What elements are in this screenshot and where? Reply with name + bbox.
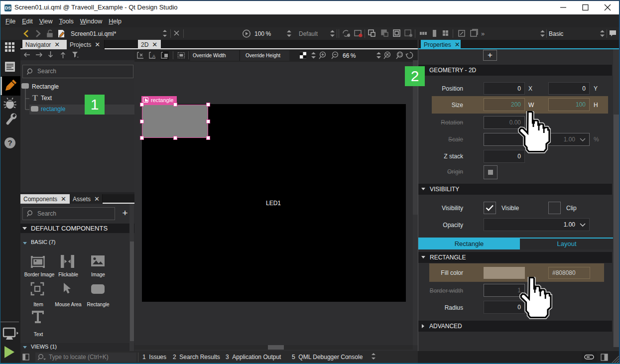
svg-text:»: » [481,30,485,37]
svg-text:A: A [152,54,155,59]
svg-text:?: ? [7,138,12,147]
